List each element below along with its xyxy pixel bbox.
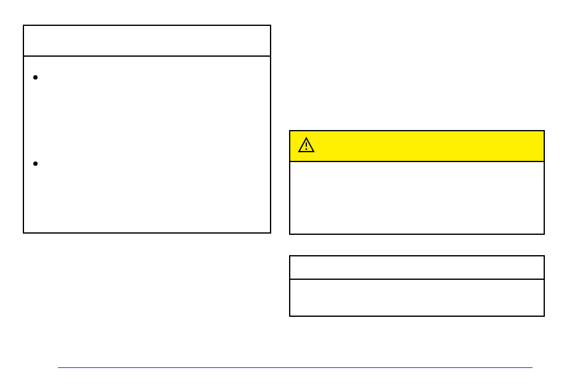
bullet-icon <box>33 161 38 166</box>
left-panel <box>23 25 271 234</box>
notice-panel-header <box>290 256 544 280</box>
notice-panel-body <box>290 280 544 316</box>
warning-panel <box>289 130 545 235</box>
warning-panel-header <box>290 131 544 162</box>
notice-panel <box>289 255 545 317</box>
warning-triangle-icon <box>298 137 315 155</box>
bullet-icon <box>33 75 38 80</box>
horizontal-divider <box>58 367 533 368</box>
svg-point-2 <box>306 149 308 150</box>
left-panel-body <box>24 57 270 232</box>
left-panel-header <box>24 26 270 57</box>
warning-panel-body <box>290 162 544 234</box>
